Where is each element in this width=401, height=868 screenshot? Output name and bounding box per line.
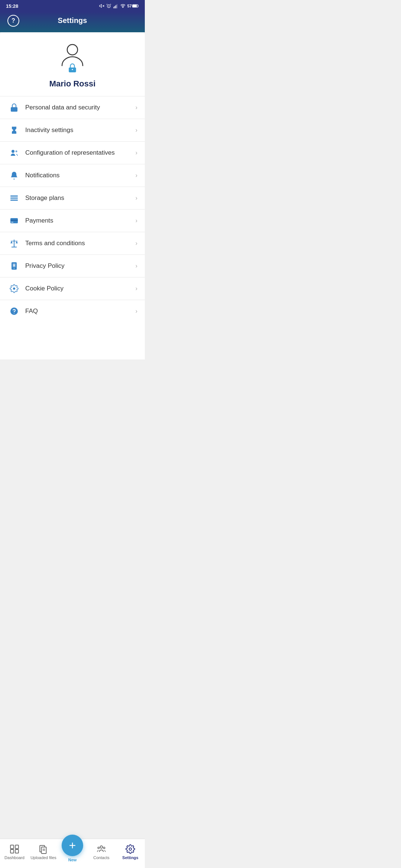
- menu-item-cookie[interactable]: Cookie Policy ›: [0, 277, 145, 300]
- layers-icon: [7, 194, 21, 203]
- privacy-label: Privacy Policy: [25, 262, 136, 270]
- svg-point-27: [14, 268, 14, 269]
- svg-point-14: [16, 151, 17, 152]
- avatar-lock-icon: [68, 63, 77, 75]
- mute-icon: [99, 3, 104, 9]
- battery-level: 57: [127, 4, 132, 8]
- personal-data-label: Personal data and security: [25, 104, 136, 111]
- svg-rect-17: [10, 200, 18, 201]
- svg-rect-8: [133, 5, 137, 7]
- signal-icon: [113, 3, 118, 9]
- status-bar: 15:28 57: [0, 0, 145, 12]
- menu-item-inactivity[interactable]: Inactivity settings ›: [0, 119, 145, 142]
- status-time: 15:28: [6, 3, 18, 9]
- profile-name: Mario Rossi: [49, 79, 96, 89]
- page-title: Settings: [58, 16, 87, 25]
- chevron-right-icon: ›: [136, 263, 137, 269]
- storage-label: Storage plans: [25, 194, 136, 202]
- representatives-label: Configuration of representatives: [25, 149, 136, 157]
- menu-item-storage[interactable]: Storage plans ›: [0, 187, 145, 210]
- menu-item-representatives[interactable]: Configuration of representatives ›: [0, 142, 145, 164]
- question-circle-icon: [7, 307, 21, 316]
- menu-item-privacy[interactable]: Privacy Policy ›: [0, 255, 145, 277]
- svg-rect-5: [115, 5, 116, 9]
- menu-item-notifications[interactable]: Notifications ›: [0, 164, 145, 187]
- gear-icon: [7, 284, 21, 293]
- chevron-right-icon: ›: [136, 285, 137, 292]
- status-icons: 57: [99, 3, 139, 9]
- avatar-container: [58, 40, 87, 72]
- menu-item-terms[interactable]: Terms and conditions ›: [0, 232, 145, 255]
- chevron-right-icon: ›: [136, 172, 137, 179]
- svg-point-9: [67, 45, 78, 55]
- svg-rect-6: [117, 4, 117, 8]
- chevron-right-icon: ›: [136, 149, 137, 156]
- bell-icon: [7, 171, 21, 180]
- menu-item-personal-data[interactable]: Personal data and security ›: [0, 96, 145, 119]
- svg-rect-28: [13, 265, 15, 266]
- menu-list: Personal data and security › Inactivity …: [0, 96, 145, 322]
- battery-icon: [132, 4, 139, 8]
- lock-icon: [7, 103, 21, 112]
- cookie-label: Cookie Policy: [25, 285, 136, 292]
- phone-lock-icon: [7, 262, 21, 270]
- svg-rect-4: [114, 6, 115, 8]
- help-button[interactable]: ?: [7, 15, 19, 27]
- main-content: Mario Rossi Personal data and security ›: [0, 29, 145, 359]
- header: ? Settings: [0, 12, 145, 32]
- payments-label: Payments: [25, 217, 136, 224]
- scales-icon: [7, 239, 21, 248]
- card-icon: [7, 216, 21, 225]
- chevron-right-icon: ›: [136, 195, 137, 201]
- menu-item-payments[interactable]: Payments ›: [0, 210, 145, 232]
- terms-label: Terms and conditions: [25, 240, 136, 247]
- alarm-icon: [106, 3, 111, 9]
- svg-point-29: [13, 287, 15, 290]
- chevron-right-icon: ›: [136, 308, 137, 315]
- wifi-icon: [120, 3, 125, 9]
- svg-rect-20: [11, 222, 13, 223]
- svg-point-13: [12, 150, 14, 153]
- chevron-right-icon: ›: [136, 240, 137, 247]
- hourglass-icon: [7, 126, 21, 135]
- profile-section: Mario Rossi: [0, 29, 145, 96]
- person-tag-icon: [7, 148, 21, 157]
- chevron-right-icon: ›: [136, 104, 137, 111]
- svg-point-31: [14, 313, 14, 313]
- menu-item-faq[interactable]: FAQ ›: [0, 300, 145, 322]
- svg-rect-15: [10, 195, 18, 197]
- svg-rect-16: [10, 198, 18, 199]
- svg-rect-12: [11, 107, 17, 112]
- help-icon: ?: [12, 17, 15, 24]
- battery-indicator: 57: [127, 4, 139, 8]
- chevron-right-icon: ›: [136, 127, 137, 134]
- inactivity-label: Inactivity settings: [25, 126, 136, 134]
- chevron-right-icon: ›: [136, 217, 137, 224]
- svg-point-11: [72, 69, 73, 70]
- svg-rect-3: [113, 7, 114, 8]
- svg-rect-19: [10, 220, 18, 221]
- faq-label: FAQ: [25, 308, 136, 315]
- notifications-label: Notifications: [25, 172, 136, 179]
